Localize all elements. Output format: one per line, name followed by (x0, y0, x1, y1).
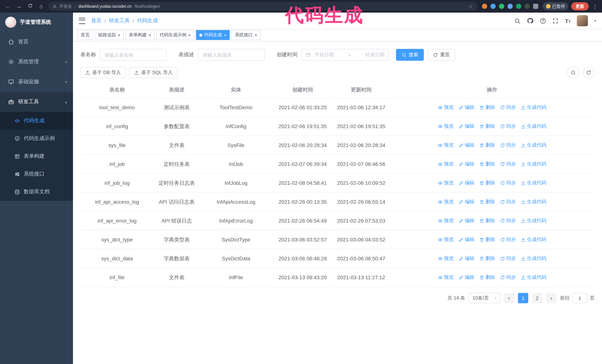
search-button[interactable]: 搜索 (396, 49, 424, 61)
generate-code-link[interactable]: 生成代码 (521, 217, 546, 224)
delete-link[interactable]: 删除 (479, 123, 495, 130)
date-range-picker[interactable]: 开始日期 - 结束日期 (301, 49, 389, 61)
generate-code-link[interactable]: 生成代码 (521, 161, 546, 167)
sidebar-item-db-docs[interactable]: 数据库文档 (0, 183, 73, 201)
preview-link[interactable]: 预览 (438, 255, 454, 262)
preview-link[interactable]: 预览 (438, 142, 454, 149)
tab-home[interactable]: 首页 (77, 30, 93, 40)
extension-icon[interactable] (507, 4, 513, 9)
sidebar-item-codegen[interactable]: 代码生成 (0, 112, 73, 130)
edit-link[interactable]: 编辑 (458, 179, 474, 187)
table-desc-input[interactable] (198, 49, 265, 61)
extension-icon[interactable] (524, 4, 530, 9)
edit-link[interactable]: 编辑 (458, 104, 474, 111)
generate-code-link[interactable]: 生成代码 (521, 104, 546, 111)
generate-code-link[interactable]: 生成代码 (521, 179, 546, 187)
sidebar-item-infrastructure[interactable]: 基础设施 ▾ (0, 72, 73, 92)
delete-link[interactable]: 删除 (479, 179, 495, 187)
fullscreen-icon[interactable] (552, 18, 559, 24)
extension-icon[interactable] (490, 4, 495, 9)
import-db-button[interactable]: 基于 DB 导入 (80, 67, 126, 78)
import-sql-button[interactable]: 基于 SQL 导入 (129, 67, 178, 78)
tab-codegen[interactable]: 代码生成× (196, 30, 230, 40)
preview-link[interactable]: 预览 (438, 198, 454, 205)
reset-button[interactable]: 重置 (428, 49, 455, 61)
delete-link[interactable]: 删除 (479, 142, 495, 149)
sync-link[interactable]: 同步 (500, 274, 516, 281)
generate-code-link[interactable]: 生成代码 (521, 236, 546, 243)
preview-link[interactable]: 预览 (438, 274, 454, 281)
sync-link[interactable]: 同步 (500, 142, 516, 149)
sidebar-item-codegen-example[interactable]: 代码生成示例 (0, 130, 73, 147)
close-icon[interactable]: × (224, 33, 226, 37)
tab-system-api[interactable]: 系统接口× (232, 30, 260, 40)
puzzle-extensions-icon[interactable] (533, 4, 538, 9)
generate-code-link[interactable]: 生成代码 (521, 142, 546, 149)
edit-link[interactable]: 编辑 (458, 142, 474, 149)
delete-link[interactable]: 删除 (479, 255, 495, 262)
page-button-2[interactable]: 2 (532, 293, 542, 303)
close-icon[interactable]: × (255, 33, 257, 37)
avatar-caret-down-icon[interactable]: ▾ (594, 19, 596, 23)
forward-button[interactable]: → (15, 0, 23, 13)
sync-link[interactable]: 同步 (500, 104, 516, 111)
browser-menu-icon[interactable]: ⋮ (592, 3, 598, 9)
next-page-button[interactable]: › (546, 293, 556, 303)
tab-codegen-example[interactable]: 代码生成示例× (156, 30, 194, 40)
close-icon[interactable]: × (149, 33, 151, 37)
breadcrumb-home[interactable]: 首页 (91, 17, 101, 24)
extension-icon[interactable] (482, 4, 487, 9)
goto-page-input[interactable] (572, 293, 587, 303)
sidebar-item-home[interactable]: 首页 (0, 32, 73, 52)
edit-link[interactable]: 编辑 (458, 255, 474, 262)
tab-trace[interactable]: 链路追踪× (95, 30, 124, 40)
preview-link[interactable]: 预览 (438, 236, 454, 243)
bookmark-star-icon[interactable]: ☆ (469, 3, 473, 9)
sync-link[interactable]: 同步 (500, 123, 516, 130)
edit-link[interactable]: 编辑 (458, 161, 474, 167)
sync-link[interactable]: 同步 (500, 161, 516, 167)
reload-button[interactable] (26, 0, 34, 13)
delete-link[interactable]: 删除 (479, 217, 495, 224)
edit-link[interactable]: 编辑 (458, 217, 474, 224)
sync-link[interactable]: 同步 (500, 255, 516, 262)
table-name-input[interactable] (100, 49, 167, 61)
search-icon[interactable] (514, 18, 520, 24)
help-icon[interactable] (540, 18, 546, 24)
delete-link[interactable]: 删除 (479, 161, 495, 167)
close-icon[interactable]: × (118, 33, 120, 37)
delete-link[interactable]: 删除 (479, 198, 495, 205)
extension-icon[interactable] (516, 4, 521, 9)
preview-link[interactable]: 预览 (438, 161, 454, 167)
generate-code-link[interactable]: 生成代码 (521, 274, 546, 281)
sidebar-item-system-api[interactable]: 系统接口 (0, 165, 73, 183)
github-icon[interactable] (527, 17, 533, 24)
delete-link[interactable]: 删除 (479, 236, 495, 243)
sync-link[interactable]: 同步 (500, 198, 516, 205)
generate-code-link[interactable]: 生成代码 (521, 255, 546, 262)
sidebar-item-system-management[interactable]: 系统管理 ▾ (0, 52, 73, 72)
address-bar[interactable]: ⚠ 不安全 | dashboard.yudao.iocoder.cn /tool… (48, 2, 477, 11)
edit-link[interactable]: 编辑 (458, 198, 474, 205)
app-logo[interactable]: 芋道管理系统 (0, 13, 73, 32)
sidebar-item-form-builder[interactable]: 表单构建 (0, 147, 73, 165)
browser-update-button[interactable]: 更新 (571, 2, 589, 10)
page-size-select[interactable]: 10条/页 ▾ (469, 293, 500, 303)
preview-link[interactable]: 预览 (438, 217, 454, 224)
sidebar-toggle-icon[interactable] (79, 18, 85, 24)
font-size-icon[interactable]: TT (565, 18, 571, 24)
generate-code-link[interactable]: 生成代码 (521, 198, 546, 205)
refresh-button[interactable] (583, 67, 595, 79)
prev-page-button[interactable]: ‹ (504, 293, 514, 303)
preview-link[interactable]: 预览 (438, 123, 454, 130)
edit-link[interactable]: 编辑 (458, 123, 474, 130)
back-button[interactable]: ← (4, 0, 12, 13)
sync-link[interactable]: 同步 (500, 179, 516, 187)
sidebar-item-dev-tools[interactable]: 研发工具 ▴ (0, 92, 73, 112)
hide-search-button[interactable] (567, 67, 579, 79)
preview-link[interactable]: 预览 (438, 104, 454, 111)
breadcrumb-dev-tools[interactable]: 研发工具 (109, 17, 130, 24)
user-avatar[interactable] (577, 15, 588, 26)
delete-link[interactable]: 删除 (479, 104, 495, 111)
close-icon[interactable]: × (188, 33, 191, 37)
